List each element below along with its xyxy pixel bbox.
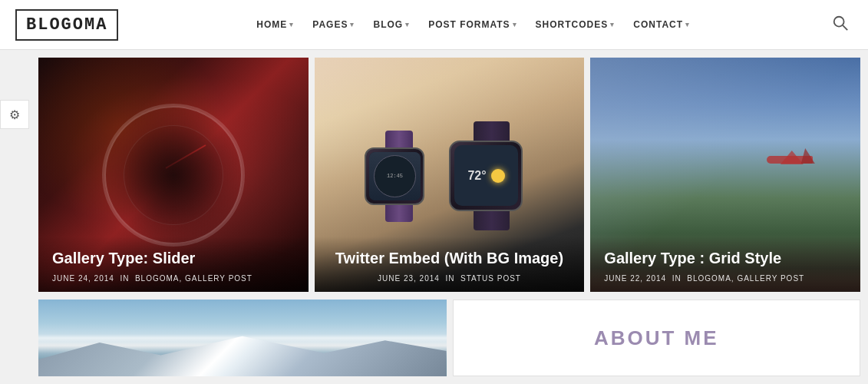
card-title-1: Gallery Type: Slider [52, 248, 295, 268]
chevron-down-icon: ▾ [610, 21, 615, 28]
card-twitter-embed[interactable]: 12:45 72° [315, 58, 585, 292]
mountain-card[interactable] [38, 300, 447, 376]
card-title-2: Twitter Embed (With BG Image) [328, 248, 571, 268]
chevron-down-icon: ▾ [350, 21, 355, 28]
svg-line-1 [843, 25, 847, 30]
card-gallery-slider[interactable]: Gallery Type: Slider JUNE 24, 2014 IN BL… [38, 58, 309, 292]
svg-point-0 [834, 17, 844, 27]
main-content: Gallery Type: Slider JUNE 24, 2014 IN BL… [31, 50, 868, 376]
about-me-title: ABOUT ME [594, 326, 719, 350]
header: BLOGOMA HOME ▾ PAGES ▾ BLOG ▾ POST FORMA… [0, 0, 868, 50]
main-wrapper: ⚙ Gallery Type: Slider JUNE 24, 2014 IN [0, 50, 868, 376]
card-meta-2: JUNE 23, 2014 IN STATUS POST [328, 274, 571, 283]
nav-item-contact[interactable]: CONTACT ▾ [625, 13, 698, 36]
main-nav: HOME ▾ PAGES ▾ BLOG ▾ POST FORMATS ▾ SHO… [249, 13, 698, 36]
search-icon [832, 15, 849, 31]
airplane-graphic [759, 147, 828, 174]
cards-row: Gallery Type: Slider JUNE 24, 2014 IN BL… [38, 58, 860, 292]
watch-large: 72° [449, 121, 533, 229]
bottom-row: ABOUT ME [38, 300, 860, 376]
chevron-down-icon: ▾ [289, 21, 294, 28]
card-gallery-grid[interactable]: Gallery Type : Grid Style JUNE 22, 2014 … [590, 58, 860, 292]
card-title-3: Gallery Type : Grid Style [604, 248, 847, 268]
card-overlay-2: Twitter Embed (With BG Image) JUNE 23, 2… [315, 237, 585, 292]
clock-face: 12:45 [374, 155, 416, 197]
site-logo[interactable]: BLOGOMA [15, 9, 118, 41]
nav-item-blog[interactable]: BLOG ▾ [365, 13, 417, 36]
speedometer-graphic [97, 98, 250, 252]
card-overlay-1: Gallery Type: Slider JUNE 24, 2014 IN BL… [38, 237, 309, 292]
card-overlay-3: Gallery Type : Grid Style JUNE 22, 2014 … [590, 237, 860, 292]
sun-icon [491, 169, 505, 183]
nav-item-shortcodes[interactable]: SHORTCODES ▾ [528, 13, 623, 36]
nav-item-home[interactable]: HOME ▾ [249, 13, 302, 36]
watch-small: 12:45 [365, 131, 434, 219]
about-me-card: ABOUT ME [453, 300, 861, 376]
card-meta-3: JUNE 22, 2014 IN BLOGOMA, GALLERY POST [604, 274, 847, 283]
gear-button[interactable]: ⚙ [0, 100, 29, 129]
search-button[interactable] [828, 11, 853, 38]
chevron-down-icon: ▾ [685, 21, 690, 28]
chevron-down-icon: ▾ [405, 21, 410, 28]
chevron-down-icon: ▾ [513, 21, 517, 28]
nav-item-pages[interactable]: PAGES ▾ [305, 13, 362, 36]
gear-icon: ⚙ [9, 108, 20, 122]
card-meta-1: JUNE 24, 2014 IN BLOGOMA, GALLERY POST [52, 274, 295, 283]
nav-item-post-formats[interactable]: POST FORMATS ▾ [421, 13, 524, 36]
